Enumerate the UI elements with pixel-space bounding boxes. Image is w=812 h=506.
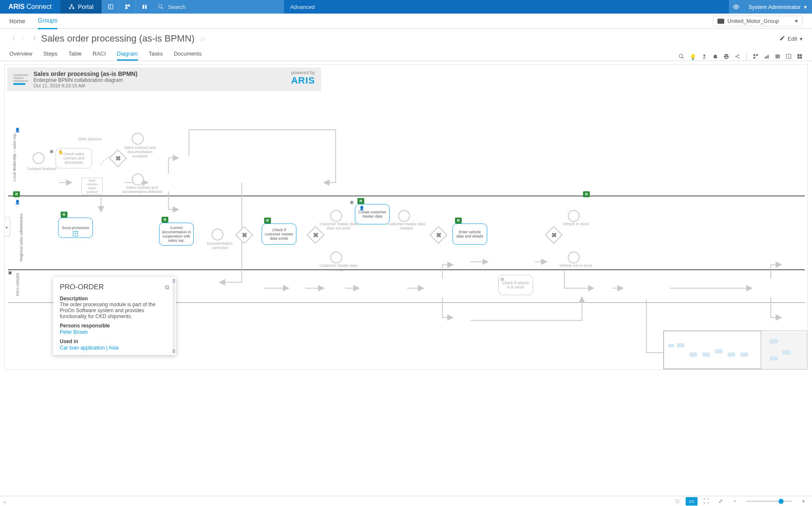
intermediate-event[interactable]: [398, 210, 410, 222]
intermediate-event[interactable]: [132, 173, 144, 185]
system-icon: ▣: [350, 200, 354, 204]
nav-icon-2[interactable]: [119, 0, 136, 14]
nav-icon-1[interactable]: [102, 0, 119, 14]
footer-fit-icon[interactable]: ⛶: [700, 497, 712, 506]
intermediate-event[interactable]: [132, 133, 144, 145]
task-correct-doc[interactable]: Correct documentation in cooperation wit…: [159, 223, 194, 246]
task-enter-vehicle[interactable]: Enter vehicle data and details: [452, 224, 487, 245]
scrollbar[interactable]: [173, 279, 175, 353]
manual-icon: ✋: [58, 150, 63, 154]
caret-down-icon: ▾: [804, 4, 807, 10]
tool-icon-3[interactable]: [775, 53, 781, 61]
minimap[interactable]: [663, 330, 807, 369]
print-icon[interactable]: [723, 53, 729, 61]
raci-flag: R: [455, 218, 462, 224]
zoom-knob[interactable]: [779, 499, 784, 504]
svg-rect-2: [73, 8, 74, 9]
tab-steps[interactable]: Steps: [43, 48, 57, 61]
label-complete: Sales contract and documentation complet…: [121, 145, 159, 158]
back-button[interactable]: 〈: [9, 35, 15, 42]
svg-rect-31: [800, 57, 802, 59]
label-created: Customer master data created: [387, 222, 425, 230]
svg-rect-23: [777, 54, 778, 58]
org-selector[interactable]: United_Motor_Group ▾: [713, 16, 803, 26]
aris-logo: ARIS: [291, 75, 315, 86]
caret-down-icon: ▾: [795, 18, 798, 24]
footer-expand-icon[interactable]: ⤢: [714, 497, 726, 506]
caret-down-icon: ▾: [800, 36, 803, 42]
user-menu[interactable]: System Administrator ▾: [743, 0, 812, 14]
up-button[interactable]: ↑: [33, 35, 36, 42]
label-doc-corrected: Documentation corrected: [201, 241, 239, 250]
intermediate-event[interactable]: [330, 252, 342, 263]
svg-rect-9: [145, 5, 147, 8]
grid-icon[interactable]: [797, 53, 803, 61]
tab-raci[interactable]: RACI: [93, 48, 106, 61]
advanced-search-link[interactable]: Advanced: [284, 0, 321, 14]
diagram-stage[interactable]: ▸ Sales order processing (as-is BPMN) En…: [4, 64, 808, 370]
diagram-canvas[interactable]: Local dealership – sales rep. Regional s…: [7, 95, 805, 367]
popup-persons-label: Persons responsible: [60, 323, 169, 329]
search-diagram-icon[interactable]: [678, 53, 684, 61]
portal-button[interactable]: Portal: [60, 0, 102, 14]
footer-expand[interactable]: ⌄: [3, 498, 7, 504]
sub-nav: Home Groups United_Motor_Group ▾: [0, 14, 812, 29]
search-box[interactable]: [153, 0, 284, 14]
upload-icon[interactable]: [701, 53, 707, 61]
diagram-date: Oct 11, 2019 9:23:15 AM: [33, 83, 137, 88]
tab-overview[interactable]: Overview: [9, 48, 32, 61]
tool-icon-1[interactable]: [753, 53, 759, 61]
document-artifact[interactable]: New vehicle sales contract: [81, 178, 103, 195]
diagram-header-card: Sales order processing (as-is BPMN) Ente…: [7, 67, 321, 91]
person-link[interactable]: Peter Brown: [60, 329, 88, 335]
used-in-link[interactable]: Car loan application | Asia: [60, 345, 119, 351]
footer-tool-1[interactable]: ⊞: [671, 497, 683, 506]
zoom-in[interactable]: +: [798, 497, 809, 506]
tab-diagram[interactable]: Diagram: [117, 48, 138, 61]
bulb-icon[interactable]: 💡: [689, 54, 696, 60]
forward-button: 〉: [21, 35, 27, 42]
zoom-slider[interactable]: [746, 500, 792, 502]
svg-rect-6: [128, 5, 130, 7]
zoom-out[interactable]: −: [729, 497, 741, 506]
tab-tasks[interactable]: Tasks: [149, 48, 163, 61]
task-check-master-data[interactable]: Check if customer master data exists: [262, 224, 296, 245]
search-input[interactable]: [167, 3, 279, 11]
svg-rect-29: [800, 54, 802, 56]
popup-desc: The order processing module is part of t…: [60, 302, 169, 319]
svg-rect-17: [756, 54, 758, 56]
popup-used-label: Used in: [60, 338, 169, 344]
intermediate-event[interactable]: [568, 210, 580, 222]
nav-home[interactable]: Home: [9, 14, 25, 29]
tab-table[interactable]: Table: [68, 48, 81, 61]
tabs-row: Overview Steps Table RACI Diagram Tasks …: [0, 48, 812, 61]
task-check-stock[interactable]: ⚙ Check if vehicle is in stock: [498, 275, 533, 295]
edit-button[interactable]: Edit ▾: [779, 35, 803, 42]
nav-icon-3[interactable]: [136, 0, 153, 14]
favorite-toggle[interactable]: ☆: [200, 35, 206, 43]
svg-rect-0: [71, 4, 73, 6]
raci-flag: R: [357, 198, 364, 204]
start-event[interactable]: [33, 152, 45, 164]
intermediate-event[interactable]: [212, 229, 223, 240]
share-icon[interactable]: [734, 53, 740, 61]
thumb-icon: [13, 74, 28, 85]
footer-tool-highlight[interactable]: ▭: [686, 497, 698, 506]
intermediate-event[interactable]: [330, 210, 342, 222]
diagram-title: Sales order processing (as-is BPMN): [33, 70, 137, 77]
info-icon[interactable]: [786, 53, 792, 61]
visibility-toggle[interactable]: [729, 0, 743, 14]
subprocess-sous[interactable]: Sous-processus +: [58, 218, 93, 238]
tab-documents[interactable]: Documents: [174, 48, 202, 61]
nav-groups[interactable]: Groups: [38, 13, 57, 29]
raci-flag: R: [264, 218, 271, 224]
intermediate-event[interactable]: [568, 252, 580, 263]
expand-icon[interactable]: ⧉: [165, 284, 169, 291]
minimap-viewport[interactable]: [664, 331, 761, 369]
bell-icon[interactable]: [712, 53, 718, 61]
footer-bar: ⌄ ⊞ ▭ ⛶ ⤢ − +: [0, 496, 812, 506]
person-icon: 👤: [359, 206, 364, 210]
svg-rect-28: [798, 54, 800, 56]
tool-icon-2[interactable]: [764, 53, 770, 61]
svg-rect-5: [126, 5, 128, 7]
